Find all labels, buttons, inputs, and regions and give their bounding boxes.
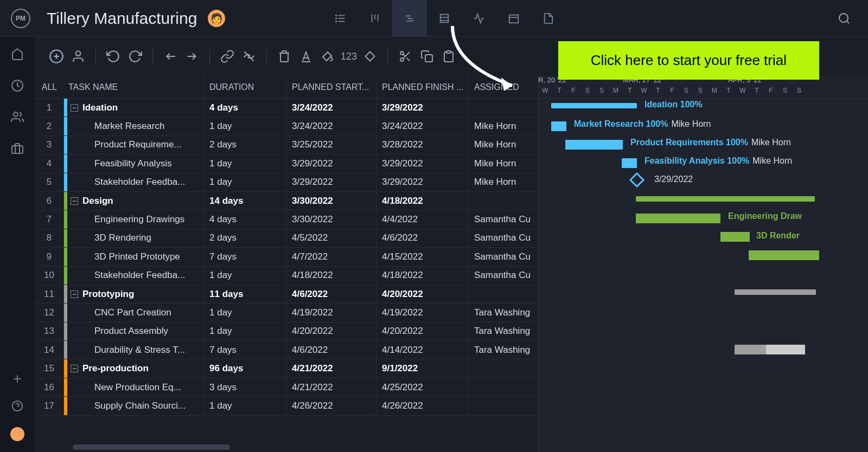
help-icon[interactable] — [11, 400, 23, 414]
planned-start-cell[interactable]: 4/6/2022 — [286, 341, 376, 359]
view-file-icon[interactable] — [531, 0, 566, 37]
briefcase-icon[interactable] — [11, 142, 24, 157]
duration-cell[interactable]: 7 days — [204, 341, 286, 359]
table-row[interactable]: 5 Stakeholder Feedba... 1 day 3/29/2022 … — [35, 173, 538, 192]
planned-start-cell[interactable]: 3/29/2022 — [286, 173, 376, 191]
gantt-bar[interactable] — [720, 232, 750, 242]
duration-cell[interactable]: 2 days — [204, 136, 286, 154]
assigned-cell[interactable]: Mike Horn — [469, 154, 532, 172]
table-row[interactable]: 6 −Design 14 days 3/30/2022 4/18/2022 — [35, 192, 538, 210]
task-name-cell[interactable]: New Production Eq... — [67, 378, 204, 396]
assigned-cell[interactable] — [469, 99, 532, 117]
table-row[interactable]: 14 Durability & Stress T... 7 days 4/6/2… — [35, 341, 538, 359]
table-row[interactable]: 13 Product Assembly 1 day 4/20/2022 4/20… — [35, 322, 538, 341]
planned-finish-cell[interactable]: 4/20/2022 — [376, 285, 469, 303]
link-icon[interactable] — [219, 48, 236, 65]
col-assigned[interactable]: ASSIGNED — [469, 76, 532, 98]
duration-cell[interactable]: 1 day — [204, 267, 286, 285]
delete-icon[interactable] — [276, 48, 293, 65]
collapse-icon[interactable]: − — [71, 197, 78, 205]
planned-finish-cell[interactable]: 4/18/2022 — [376, 267, 469, 285]
gantt-bar[interactable] — [636, 214, 720, 223]
task-name-cell[interactable]: 3D Printed Prototype — [67, 248, 204, 266]
collapse-icon[interactable]: − — [71, 104, 78, 112]
plus-icon[interactable] — [11, 373, 23, 387]
table-row[interactable]: 8 3D Rendering 2 days 4/5/2022 4/6/2022 … — [35, 229, 538, 248]
table-row[interactable]: 15 −Pre-production 96 days 4/21/2022 9/1… — [35, 359, 538, 378]
undo-icon[interactable] — [105, 48, 122, 65]
planned-finish-cell[interactable]: 4/19/2022 — [376, 304, 469, 321]
planned-start-cell[interactable]: 4/6/2022 — [286, 285, 376, 303]
gantt-bar[interactable] — [749, 250, 819, 260]
duration-cell[interactable]: 1 day — [204, 154, 286, 172]
planned-finish-cell[interactable]: 4/6/2022 — [376, 229, 469, 247]
assigned-cell[interactable]: Samantha Cu — [469, 229, 532, 247]
planned-start-cell[interactable]: 4/20/2022 — [286, 322, 376, 340]
duration-cell[interactable]: 7 days — [204, 248, 286, 266]
task-name-cell[interactable]: −Design — [67, 192, 204, 210]
view-board-icon[interactable] — [358, 0, 392, 37]
avatar[interactable]: 🧑 — [208, 10, 225, 27]
gantt-bar[interactable] — [766, 345, 805, 354]
copy-icon[interactable] — [418, 48, 436, 65]
task-name-cell[interactable]: Market Research — [67, 117, 204, 135]
planned-finish-cell[interactable]: 3/29/2022 — [376, 154, 469, 172]
table-row[interactable]: 9 3D Printed Prototype 7 days 4/7/2022 4… — [35, 248, 538, 266]
view-calendar-icon[interactable] — [496, 0, 531, 37]
planned-start-cell[interactable]: 4/26/2022 — [286, 397, 376, 415]
assigned-cell[interactable] — [469, 285, 532, 303]
assigned-cell[interactable]: Tara Washing — [469, 341, 532, 359]
gantt-chart[interactable]: R, 20 '22MAR, 27 '22APR, 3 '22 WTFSSMTWT… — [538, 76, 868, 452]
gantt-bar[interactable] — [551, 121, 566, 131]
task-name-cell[interactable]: Stakeholder Feedba... — [67, 173, 204, 191]
clock-icon[interactable] — [11, 79, 24, 94]
task-name-cell[interactable]: Stakeholder Feedba... — [67, 267, 204, 285]
planned-finish-cell[interactable]: 9/1/2022 — [376, 359, 469, 377]
task-name-cell[interactable]: Product Assembly — [67, 322, 204, 340]
table-row[interactable]: 17 Supply Chain Sourci... 1 day 4/26/202… — [35, 397, 538, 415]
task-name-cell[interactable]: Product Requireme... — [67, 136, 204, 154]
table-row[interactable]: 16 New Production Eq... 3 days 4/21/2022… — [35, 378, 538, 397]
duration-cell[interactable]: 3 days — [204, 378, 286, 396]
planned-finish-cell[interactable]: 3/24/2022 — [376, 117, 469, 135]
duration-cell[interactable]: 14 days — [204, 192, 286, 210]
task-name-cell[interactable]: −Pre-production — [67, 359, 204, 377]
gantt-bar[interactable] — [735, 289, 816, 295]
toolbar-number[interactable]: 123 — [341, 51, 357, 62]
duration-cell[interactable]: 4 days — [204, 210, 286, 228]
planned-finish-cell[interactable]: 4/14/2022 — [376, 341, 469, 359]
rail-avatar[interactable] — [10, 427, 24, 441]
duration-cell[interactable]: 1 day — [204, 117, 286, 135]
duration-cell[interactable]: 11 days — [204, 285, 286, 303]
task-name-cell[interactable]: −Ideation — [67, 99, 204, 117]
gantt-milestone[interactable] — [629, 172, 644, 188]
planned-finish-cell[interactable]: 3/29/2022 — [376, 173, 469, 191]
planned-finish-cell[interactable]: 3/28/2022 — [376, 136, 469, 154]
planned-start-cell[interactable]: 3/30/2022 — [286, 210, 376, 228]
gantt-bar[interactable] — [622, 158, 637, 168]
table-row[interactable]: 12 CNC Part Creation 1 day 4/19/2022 4/1… — [35, 304, 538, 322]
assignee-icon[interactable] — [69, 48, 87, 65]
home-icon[interactable] — [11, 48, 24, 63]
assigned-cell[interactable]: Samantha Cu — [469, 267, 532, 285]
assigned-cell[interactable]: Tara Washing — [469, 304, 532, 321]
assigned-cell[interactable]: Samantha Cu — [469, 210, 532, 228]
assigned-cell[interactable]: Tara Washing — [469, 322, 532, 340]
assigned-cell[interactable]: Mike Horn — [469, 117, 532, 135]
planned-start-cell[interactable]: 4/19/2022 — [286, 304, 376, 321]
add-icon[interactable] — [48, 48, 65, 65]
duration-cell[interactable]: 1 day — [204, 397, 286, 415]
planned-start-cell[interactable]: 3/29/2022 — [286, 154, 376, 172]
search-icon[interactable] — [831, 5, 857, 31]
planned-start-cell[interactable]: 3/24/2022 — [286, 99, 376, 117]
assigned-cell[interactable] — [469, 359, 532, 377]
planned-start-cell[interactable]: 3/30/2022 — [286, 192, 376, 210]
task-name-cell[interactable]: Durability & Stress T... — [67, 341, 204, 359]
duration-cell[interactable]: 96 days — [204, 359, 286, 377]
col-name[interactable]: TASK NAME — [64, 76, 204, 98]
task-name-cell[interactable]: Feasibility Analysis — [67, 154, 204, 172]
team-icon[interactable] — [11, 111, 24, 126]
duration-cell[interactable]: 4 days — [204, 99, 286, 117]
task-name-cell[interactable]: Supply Chain Sourci... — [67, 397, 204, 415]
indent-icon[interactable] — [183, 48, 201, 65]
